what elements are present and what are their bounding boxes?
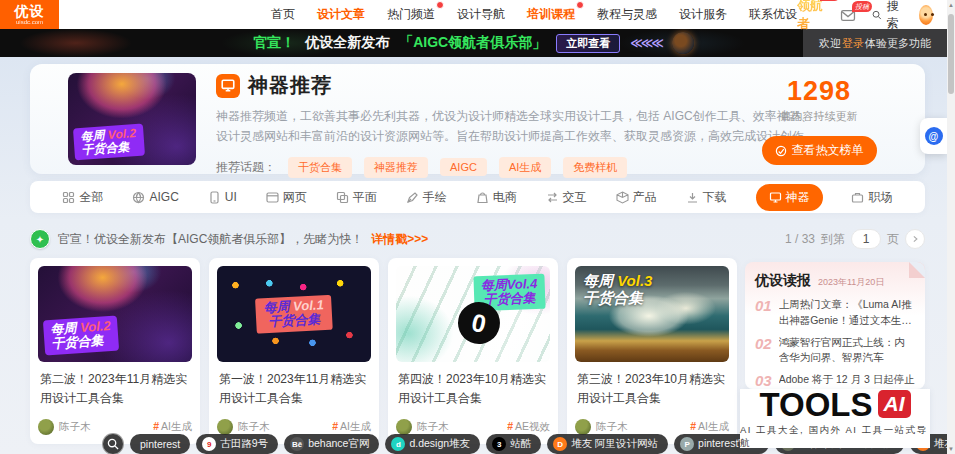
- goto-label: 到第: [821, 231, 845, 248]
- nav-design-services[interactable]: 设计服务: [679, 6, 727, 23]
- hot-tag-pill[interactable]: 3站酷: [486, 434, 541, 454]
- topic-tag[interactable]: AIGC: [440, 158, 487, 176]
- notice-text: 官宣！优设全新发布【AIGC领航者俱乐部】，先睹为快！: [58, 231, 363, 248]
- tools-ai-tagline: AI 工具大全, 国内外 AI 工具一站式导航: [740, 424, 930, 450]
- new-badge-icon: [576, 1, 584, 9]
- top-nav: 优设 uisdc.com 首页 设计文章 热门频道 设计导航 培训课程 教程与灵…: [0, 0, 947, 29]
- tab-career[interactable]: 职场: [851, 189, 892, 206]
- card-tag[interactable]: #AI生成: [690, 420, 729, 434]
- hot-tag-pill[interactable]: 9古田路9号: [196, 434, 278, 454]
- submit-article-button[interactable]: 投稿: [840, 8, 856, 22]
- nav-training-courses[interactable]: 培训课程: [527, 6, 575, 23]
- channel-header-panel: 每周 Vol.2 干货合集 神器推荐 神器推荐频道，工欲善其事必先利其器，优设为…: [30, 64, 925, 174]
- monitor-icon: [769, 191, 782, 204]
- shopping-bag-icon: [476, 191, 489, 204]
- search-icon: [107, 438, 119, 450]
- site-logo[interactable]: 优设 uisdc.com: [0, 0, 59, 29]
- nav-hot-channels[interactable]: 热门频道: [387, 6, 435, 23]
- topic-tag[interactable]: 干货合集: [288, 157, 352, 178]
- tab-web[interactable]: 网页: [266, 189, 307, 206]
- article-count: 1298: [749, 76, 889, 107]
- card-cover-image: 每周 Vol.3 干货合集: [575, 266, 729, 362]
- aigc-club-banner[interactable]: 官宣！ 优设全新发布 「AIGC领航者俱乐部」 立即查看 ≪≪≪ 欢迎登录体验更…: [0, 29, 947, 57]
- vip-navigator-link[interactable]: 领航者尊享: [797, 0, 824, 33]
- hot-tag-pill[interactable]: dd.design堆友: [385, 434, 480, 454]
- site-favicon: P: [680, 437, 694, 451]
- page-unit: 页: [887, 231, 899, 248]
- tab-ecommerce[interactable]: 电商: [476, 189, 517, 206]
- feedback-widget[interactable]: @: [920, 118, 947, 154]
- cube-icon: [616, 191, 629, 204]
- news-text: 鸿蒙智行官网正式上线：内含华为问界、智界汽车: [779, 335, 915, 367]
- topic-tag[interactable]: 免费样机: [563, 157, 627, 178]
- tab-tools[interactable]: 神器: [756, 184, 823, 211]
- weekly-badge: 每周 Vol.1 干货合集: [255, 295, 333, 334]
- logo-text: 优设: [14, 4, 44, 18]
- tab-ui[interactable]: UI: [208, 190, 237, 204]
- scrollbar-thumb[interactable]: [948, 14, 954, 94]
- tab-product[interactable]: 产品: [616, 189, 657, 206]
- tab-download[interactable]: 下载: [686, 189, 727, 206]
- login-link[interactable]: 登录: [842, 36, 864, 51]
- page-input[interactable]: [851, 229, 881, 249]
- topic-tag[interactable]: 神器推荐: [364, 157, 428, 178]
- channel-info: 神器推荐 神器推荐频道，工欲善其事必先利其器，优设为设计师精选全球实用设计工具，…: [216, 72, 816, 178]
- nav-design-navigation[interactable]: 设计导航: [457, 6, 505, 23]
- card-cover-image: 每周 Vol.2 干货合集: [38, 266, 192, 362]
- hot-tag-pill[interactable]: pinterest: [130, 434, 190, 454]
- article-card[interactable]: 每周 Vol.3 干货合集 第三波！2023年10月精选实用设计工具合集 陈子木…: [567, 258, 737, 444]
- hash-icon: #: [153, 420, 159, 432]
- site-favicon: d: [391, 437, 405, 451]
- tools-ai-banner[interactable]: TOOLS AI AI 工具大全, 国内外 AI 工具一站式导航: [740, 389, 930, 448]
- notice-detail-link[interactable]: 详情戳>>>: [371, 231, 428, 248]
- site-favicon: Bē: [290, 437, 304, 451]
- hash-icon: #: [690, 420, 696, 432]
- article-card[interactable]: 每周Vol.4 干货合集 0 第四波！2023年10月精选实用设计工具合集 陈子…: [388, 258, 558, 444]
- tab-all[interactable]: 全部: [62, 189, 103, 206]
- chat-icon: @: [925, 127, 943, 145]
- scroll-down-icon[interactable]: ▼: [947, 446, 955, 452]
- nav-contact[interactable]: 联系优设: [749, 6, 797, 23]
- nav-right-cluster: 领航者尊享 投稿 搜索: [797, 0, 947, 33]
- scroll-up-icon[interactable]: ▲: [947, 2, 955, 8]
- grid-icon: [62, 191, 75, 204]
- site-favicon: 9: [202, 437, 216, 451]
- scrollbar[interactable]: ▲ ▼: [947, 0, 955, 454]
- card-tag[interactable]: #AI生成: [153, 420, 192, 434]
- banner-cta-button[interactable]: 立即查看: [556, 34, 620, 53]
- news-item[interactable]: 02 鸿蒙智行官网正式上线：内含华为问界、智界汽车: [755, 335, 915, 367]
- card-title: 第二波！2023年11月精选实用设计工具合集: [40, 370, 190, 408]
- topic-tag[interactable]: AI生成: [499, 157, 551, 178]
- search-button[interactable]: 搜索: [872, 0, 903, 32]
- search-fab[interactable]: [102, 433, 124, 454]
- hot-rank-icon: [775, 145, 787, 157]
- card-tag[interactable]: #AI生成: [332, 420, 371, 434]
- hot-tag-pill[interactable]: Bēbehance官网: [284, 434, 379, 454]
- nav-tutorials-inspiration[interactable]: 教程与灵感: [597, 6, 657, 23]
- nav-design-articles[interactable]: 设计文章: [317, 6, 365, 23]
- recommended-topics: 推荐话题： 干货合集 神器推荐 AIGC AI生成 免费样机: [216, 157, 816, 178]
- article-card-grid: 每周 Vol.2 干货合集 第二波！2023年11月精选实用设计工具合集 陈子木…: [30, 258, 737, 444]
- tab-graphic[interactable]: 平面: [336, 189, 377, 206]
- daily-news-card: 优设读报 2023年11月20日 01 上周热门文章：《Luma AI推出神器G…: [745, 262, 925, 389]
- tab-interaction[interactable]: 交互: [546, 189, 587, 206]
- article-card[interactable]: 每周 Vol.2 干货合集 第二波！2023年11月精选实用设计工具合集 陈子木…: [30, 258, 200, 444]
- card-tag[interactable]: #AE视效: [507, 420, 550, 434]
- next-page-button[interactable]: [905, 229, 925, 249]
- banner-text-3: 「AIGC领航者俱乐部」: [399, 34, 546, 52]
- card-author[interactable]: 陈子木: [38, 419, 91, 435]
- nav-home[interactable]: 首页: [271, 6, 295, 23]
- arrows-decor: ≪≪≪: [630, 36, 662, 50]
- hot-articles-button[interactable]: 查看热文榜单: [762, 136, 877, 165]
- user-avatar[interactable]: [919, 5, 933, 25]
- hot-tag-pill[interactable]: D堆友 阿里设计网站: [547, 434, 668, 454]
- tab-drawing[interactable]: 手绘: [406, 189, 447, 206]
- article-card[interactable]: 每周 Vol.1 干货合集 第一波！2023年11月精选实用设计工具合集 陈子木…: [209, 258, 379, 444]
- site-favicon: 3: [492, 437, 506, 451]
- daily-title: 优设读报: [755, 272, 811, 290]
- channel-cover-image[interactable]: 每周 Vol.2 干货合集: [68, 73, 196, 165]
- tab-aigc[interactable]: AIGC: [132, 190, 178, 204]
- news-item[interactable]: 01 上周热门文章：《Luma AI推出神器Genie！通过文本生成高精度3D: [755, 297, 915, 329]
- uisdc-page: 优设 uisdc.com 首页 设计文章 热门频道 设计导航 培训课程 教程与灵…: [0, 0, 955, 454]
- nav-label: 热门频道: [387, 7, 435, 21]
